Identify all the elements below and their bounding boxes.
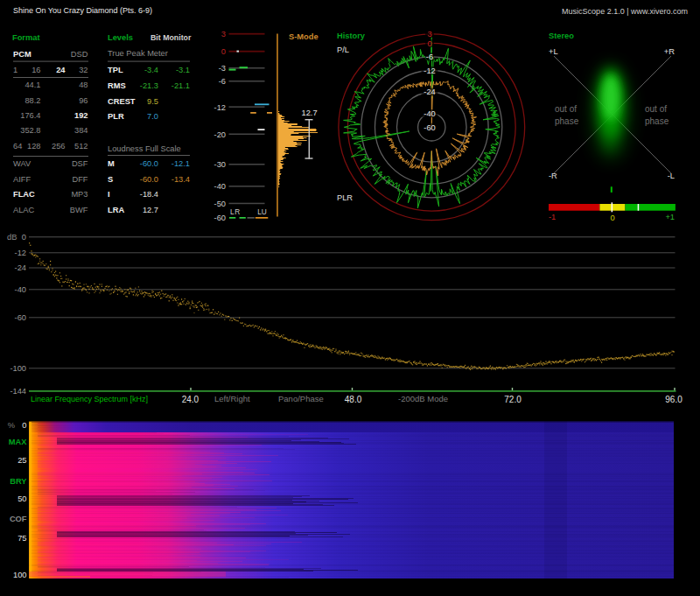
svg-text:Stereo: Stereo (549, 32, 574, 40)
svg-text:Levels: Levels (108, 33, 133, 42)
svg-text:+L: +L (549, 47, 558, 56)
svg-text:BWF: BWF (70, 206, 88, 214)
svg-text:-12: -12 (15, 249, 26, 257)
svg-text:-13.4: -13.4 (172, 175, 190, 184)
svg-text:50: 50 (18, 494, 26, 503)
svg-text:DSD: DSD (71, 50, 88, 59)
svg-text:0: 0 (427, 39, 431, 48)
svg-text:384: 384 (74, 126, 88, 135)
svg-text:Pano/Phase: Pano/Phase (278, 394, 324, 403)
svg-text:-21.1: -21.1 (172, 81, 190, 90)
svg-text:PLR: PLR (337, 193, 353, 202)
svg-text:phase: phase (555, 116, 579, 126)
svg-text:PCM: PCM (13, 50, 32, 59)
svg-text:ALAC: ALAC (13, 206, 35, 214)
svg-text:-60: -60 (15, 313, 26, 322)
svg-text:9.5: 9.5 (147, 97, 158, 106)
svg-text:-30: -30 (214, 160, 226, 169)
svg-text:phase: phase (645, 116, 669, 126)
svg-text:+R: +R (664, 47, 675, 56)
svg-text:3: 3 (221, 30, 226, 39)
svg-text:AIFF: AIFF (13, 175, 31, 184)
svg-text:L: L (230, 207, 234, 216)
svg-text:-R: -R (549, 172, 557, 180)
svg-text:-3.4: -3.4 (144, 66, 158, 74)
svg-text:-50: -50 (214, 200, 226, 208)
svg-text:RMS: RMS (108, 81, 126, 90)
svg-text:1: 1 (13, 66, 18, 74)
svg-text:-20: -20 (214, 130, 226, 139)
svg-text:-12.1: -12.1 (172, 159, 190, 168)
svg-text:32: 32 (79, 66, 88, 74)
svg-text:3: 3 (427, 30, 431, 39)
svg-text:0: 0 (221, 47, 226, 56)
svg-text:64: 64 (13, 142, 22, 151)
svg-text:Linear Frequency Spectrum [kHz: Linear Frequency Spectrum [kHz] (31, 395, 148, 403)
svg-text:192: 192 (74, 111, 88, 120)
svg-text:88.2: 88.2 (24, 96, 40, 105)
svg-text:S: S (108, 175, 113, 184)
svg-text:-60.0: -60.0 (140, 175, 158, 184)
svg-text:-144: -144 (10, 387, 26, 396)
svg-text:-18.4: -18.4 (140, 190, 158, 199)
svg-text:-40: -40 (424, 109, 435, 118)
svg-text:16: 16 (32, 66, 40, 74)
svg-text:PLR: PLR (108, 112, 124, 121)
svg-text:-40: -40 (15, 285, 26, 294)
svg-text:100: 100 (13, 571, 27, 579)
svg-text:P/L: P/L (337, 46, 349, 54)
svg-text:M: M (108, 159, 115, 168)
svg-text:Left/Right: Left/Right (214, 394, 250, 403)
svg-text:-3.1: -3.1 (176, 66, 190, 74)
svg-text:96: 96 (79, 96, 88, 105)
svg-text:Shine On You Crazy Diamond (Pt: Shine On You Crazy Diamond (Pts. 6-9) (13, 6, 152, 15)
svg-text:S-Mode: S-Mode (289, 32, 318, 41)
svg-text:dB: dB (7, 233, 17, 242)
svg-text:-60.0: -60.0 (140, 159, 158, 168)
svg-text:-3: -3 (219, 64, 226, 73)
svg-text:25: 25 (18, 456, 26, 465)
svg-text:75: 75 (18, 534, 26, 543)
svg-text:-24: -24 (424, 88, 435, 96)
svg-text:COF: COF (10, 515, 27, 523)
svg-text:Loudness Full Scale: Loudness Full Scale (108, 144, 181, 153)
svg-text:72.0: 72.0 (504, 395, 522, 404)
svg-text:LU: LU (257, 207, 267, 216)
svg-text:Format: Format (12, 33, 40, 42)
svg-text:12.7: 12.7 (302, 109, 318, 117)
svg-text:LRA: LRA (108, 206, 124, 214)
svg-text:-60: -60 (424, 123, 435, 132)
svg-text:FLAC: FLAC (13, 190, 35, 199)
svg-text:I: I (108, 190, 110, 199)
svg-text:MP3: MP3 (71, 190, 88, 199)
svg-text:-6: -6 (426, 53, 433, 61)
svg-text:CREST: CREST (108, 97, 136, 106)
svg-text:-100: -100 (10, 364, 26, 373)
svg-text:128: 128 (27, 142, 41, 151)
svg-text:WAV: WAV (13, 159, 32, 168)
svg-text:%: % (8, 421, 15, 430)
svg-text:24: 24 (56, 66, 66, 74)
svg-text:-12: -12 (214, 103, 226, 112)
svg-text:512: 512 (74, 142, 88, 151)
svg-text:out of: out of (555, 104, 577, 114)
svg-text:TPL: TPL (108, 66, 123, 74)
svg-text:0: 0 (610, 214, 614, 222)
svg-text:176.4: 176.4 (20, 111, 40, 120)
svg-text:-24: -24 (15, 263, 26, 272)
svg-text:-40: -40 (214, 182, 226, 191)
svg-text:R: R (234, 207, 240, 216)
svg-text:7.0: 7.0 (147, 112, 158, 121)
svg-text:48: 48 (79, 81, 88, 89)
svg-text:DFF: DFF (72, 175, 88, 184)
svg-text:44.1: 44.1 (24, 81, 40, 89)
svg-text:256: 256 (52, 142, 66, 151)
svg-text:-21.3: -21.3 (140, 81, 158, 90)
svg-text:-12: -12 (424, 67, 435, 75)
svg-text:48.0: 48.0 (345, 395, 362, 404)
svg-text:BRY: BRY (10, 477, 27, 486)
svg-text:96.0: 96.0 (665, 395, 682, 404)
svg-text:+1: +1 (665, 213, 675, 221)
svg-text:MusicScope 2.1.0 | www.xivero.: MusicScope 2.1.0 | www.xivero.com (562, 7, 688, 16)
svg-text:-1: -1 (549, 213, 556, 221)
